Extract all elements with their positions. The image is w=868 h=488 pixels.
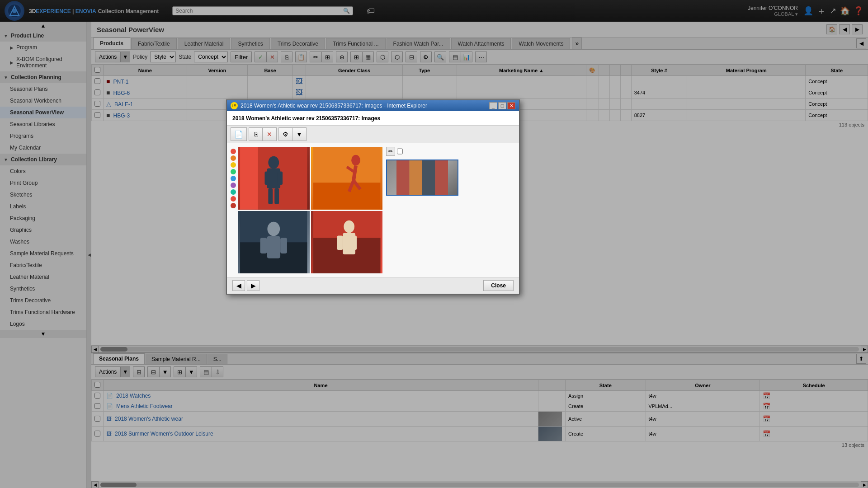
color-dot-2 <box>231 155 236 161</box>
modal-toolbar: 📄 ⎘ ✕ ⚙ ▼ <box>227 126 519 143</box>
svg-rect-28 <box>337 235 343 250</box>
modal-tb-delete-btn[interactable]: ✕ <box>263 128 276 141</box>
color-dot-8 <box>231 196 236 202</box>
modal-footer: ◀ ▶ Close <box>227 277 519 294</box>
modal-tb-tools-group: ⚙ ▼ <box>278 127 307 141</box>
svg-point-5 <box>268 156 279 169</box>
modal-thumb-icons: ✏ <box>386 147 458 156</box>
svg-rect-34 <box>435 160 448 195</box>
svg-rect-12 <box>313 183 380 209</box>
modal-inner-title: 2018 Women's Athletic wear rev 215063573… <box>227 111 519 126</box>
svg-rect-33 <box>422 160 435 195</box>
color-dot-1 <box>231 149 236 154</box>
modal-img-4[interactable] <box>311 211 383 274</box>
svg-rect-9 <box>268 188 273 204</box>
modal-content: ✏ <box>227 143 519 277</box>
modal-img-1-svg <box>238 147 310 210</box>
modal-prev-btn[interactable]: ◀ <box>232 280 245 291</box>
color-dot-5 <box>231 176 236 181</box>
color-dot-7 <box>231 189 236 195</box>
modal-overlay: IE 2018 Women's Athletic wear rev 215063… <box>0 0 868 488</box>
modal-title-left: IE 2018 Women's Athletic wear rev 215063… <box>231 102 427 109</box>
modal-tb-settings-btn[interactable]: ⚙ <box>279 128 292 141</box>
svg-rect-8 <box>277 171 283 185</box>
color-dot-3 <box>231 162 236 168</box>
svg-rect-23 <box>280 238 287 253</box>
modal-title: 2018 Women's Athletic wear rev 215063573… <box>241 103 427 109</box>
svg-rect-10 <box>274 188 279 204</box>
color-dot-6 <box>231 183 236 188</box>
modal-window: IE 2018 Women's Athletic wear rev 215063… <box>226 99 520 295</box>
modal-app-icon: IE <box>231 102 238 109</box>
modal-close-btn[interactable]: Close <box>483 280 514 291</box>
modal-tb-copy-btn[interactable]: ⎘ <box>249 128 263 141</box>
thumbnail-svg <box>387 160 458 195</box>
svg-rect-22 <box>260 238 267 253</box>
modal-maximize-btn[interactable]: □ <box>498 102 506 109</box>
modal-close-x-btn[interactable]: ✕ <box>507 102 515 109</box>
color-dot-9 <box>231 203 236 208</box>
modal-img-4-svg <box>311 211 383 274</box>
modal-tb-settings-arrow[interactable]: ▼ <box>292 128 306 141</box>
svg-rect-29 <box>351 235 357 250</box>
modal-thumb-edit-icon[interactable]: ✏ <box>386 147 395 156</box>
modal-selected-thumbnail[interactable] <box>386 160 458 196</box>
modal-window-buttons: _ □ ✕ <box>489 102 515 109</box>
modal-thumb-checkbox[interactable] <box>397 147 403 156</box>
modal-image-section <box>231 147 382 273</box>
modal-img-2[interactable] <box>311 147 383 210</box>
svg-rect-32 <box>410 160 423 195</box>
modal-img-2-svg <box>311 147 383 210</box>
svg-rect-4 <box>240 147 258 210</box>
svg-rect-7 <box>264 171 270 185</box>
modal-img-1[interactable] <box>238 147 310 210</box>
svg-point-20 <box>267 221 280 236</box>
modal-img-3-svg <box>238 211 310 274</box>
modal-right-sidebar: ✏ <box>386 147 458 273</box>
svg-line-14 <box>354 166 356 181</box>
modal-color-strip <box>231 147 236 273</box>
svg-rect-21 <box>267 236 280 258</box>
svg-point-13 <box>351 155 360 166</box>
modal-nav-buttons: ◀ ▶ <box>232 280 259 291</box>
color-dot-4 <box>231 169 236 174</box>
svg-point-26 <box>344 220 354 233</box>
modal-titlebar: IE 2018 Women's Athletic wear rev 215063… <box>227 100 519 111</box>
modal-minimize-btn[interactable]: _ <box>489 102 497 109</box>
modal-next-btn[interactable]: ▶ <box>247 280 259 291</box>
modal-image-grid <box>238 147 382 273</box>
modal-tb-actions-group: ⎘ ✕ <box>249 127 277 141</box>
modal-img-3[interactable] <box>238 211 310 274</box>
modal-tb-new-btn[interactable]: 📄 <box>231 127 247 141</box>
svg-rect-31 <box>396 160 410 195</box>
